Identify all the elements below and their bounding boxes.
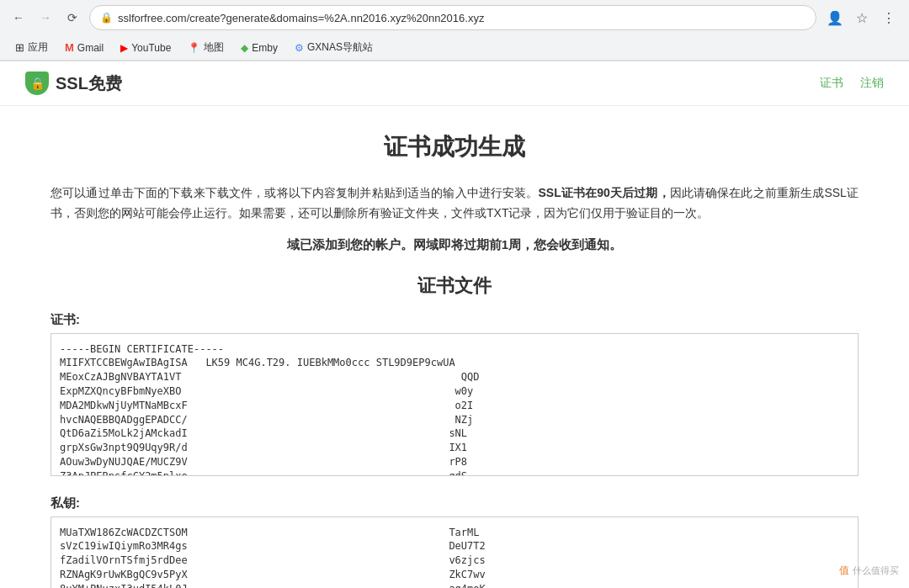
site-nav: 证书 注销 — [820, 76, 884, 91]
bookmark-gxnas-label: GXNAS导航站 — [307, 40, 373, 55]
cert-textarea[interactable]: -----BEGIN CERTIFICATE----- MIIFXTCCBEWg… — [50, 333, 858, 476]
bookmark-apps-label: 应用 — [28, 40, 48, 55]
emby-icon: ◆ — [241, 42, 248, 54]
corner-brand-text: 什么值得买 — [853, 564, 899, 577]
bookmarks-bar: ⊞ 应用 M Gmail ▶ YouTube 📍 地图 ◆ Emby ⚙ GXN… — [0, 35, 909, 61]
bookmark-gxnas[interactable]: ⚙ GXNAS导航站 — [288, 39, 380, 56]
gxnas-icon: ⚙ — [295, 42, 304, 54]
bookmark-youtube[interactable]: ▶ YouTube — [114, 40, 178, 56]
bookmark-maps-label: 地图 — [204, 40, 224, 55]
bookmark-emby-label: Emby — [252, 42, 278, 54]
key-textarea[interactable]: MUaTXW186ZcWACDZCTSOM TarML sVzC19iwIQiy… — [50, 516, 858, 588]
corner-brand-icon: 值 — [839, 564, 849, 578]
gmail-icon: M — [65, 41, 74, 54]
menu-button[interactable]: ⋮ — [877, 6, 901, 29]
bookmark-maps[interactable]: 📍 地图 — [181, 39, 231, 56]
back-button[interactable]: ← — [8, 8, 29, 28]
reload-button[interactable]: ⟳ — [62, 8, 82, 28]
logo-text: SSL免费 — [56, 72, 122, 95]
site-logo: 🔒 SSL免费 — [25, 72, 122, 95]
key-label: 私钥: — [50, 495, 858, 511]
browser-chrome: ← → ⟳ 🔒 sslforfree.com/create?generate&d… — [0, 0, 909, 61]
description-bold: SSL证书在90天后过期， — [539, 186, 670, 199]
nav-logout[interactable]: 注销 — [860, 76, 884, 91]
browser-actions: 👤 ☆ ⋮ — [823, 6, 901, 29]
nav-cert[interactable]: 证书 — [820, 76, 843, 91]
files-section-title: 证书文件 — [50, 273, 858, 299]
youtube-icon: ▶ — [120, 42, 128, 54]
bookmark-emby[interactable]: ◆ Emby — [234, 40, 284, 56]
address-bar[interactable]: 🔒 sslforfree.com/create?generate&domains… — [89, 5, 816, 30]
key-section: 私钥: MUaTXW186ZcWACDZCTSOM TarML sVzC19iw… — [50, 495, 858, 588]
maps-icon: 📍 — [188, 42, 200, 54]
bookmark-youtube-label: YouTube — [131, 42, 171, 54]
bookmark-gmail[interactable]: M Gmail — [58, 40, 110, 56]
lock-icon: 🔒 — [100, 12, 113, 24]
account-button[interactable]: 👤 — [823, 6, 847, 29]
description-part1: 您可以通过单击下面的下载来下载文件，或将以下内容复制并粘贴到适当的输入中进行安装… — [50, 186, 539, 199]
cert-label: 证书: — [50, 312, 858, 328]
site-header: 🔒 SSL免费 证书 注销 — [0, 61, 909, 106]
url-text: sslforfree.com/create?generate&domains=%… — [118, 12, 805, 24]
highlight-text: 域已添加到您的帐户。网域即将过期前1周，您会收到通知。 — [50, 237, 858, 253]
bookmark-gmail-label: Gmail — [77, 42, 104, 54]
main-content: 证书成功生成 您可以通过单击下面的下载来下载文件，或将以下内容复制并粘贴到适当的… — [0, 106, 909, 588]
page-title: 证书成功生成 — [50, 131, 858, 163]
bookmark-button[interactable]: ☆ — [850, 6, 874, 29]
logo-shield-icon: 🔒 — [25, 72, 49, 95]
browser-toolbar: ← → ⟳ 🔒 sslforfree.com/create?generate&d… — [0, 0, 909, 35]
forward-button[interactable]: → — [35, 8, 56, 28]
description-text: 您可以通过单击下面的下载来下载文件，或将以下内容复制并粘贴到适当的输入中进行安装… — [50, 183, 858, 224]
cert-section: 证书: -----BEGIN CERTIFICATE----- MIIFXTCC… — [50, 312, 858, 479]
bookmark-apps[interactable]: ⊞ 应用 — [8, 39, 55, 56]
corner-brand: 值 什么值得买 — [839, 564, 899, 578]
apps-icon: ⊞ — [15, 41, 24, 54]
page-content: 🔒 SSL免费 证书 注销 证书成功生成 您可以通过单击下面的下载来下载文件，或… — [0, 61, 909, 588]
